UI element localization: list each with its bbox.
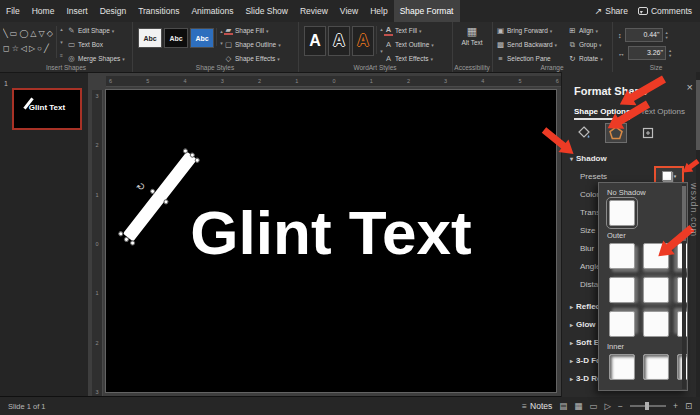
preset-outer-offset[interactable] <box>643 243 669 269</box>
height-spinner[interactable]: ▴ ▾ <box>666 30 668 40</box>
panel-icon-row <box>574 124 658 142</box>
shadow-section-header[interactable]: ▾ Shadow <box>570 154 607 163</box>
wordart-style-thumbnail[interactable]: A <box>304 26 326 56</box>
text-fill-button[interactable]: A Text Fill ▾ <box>384 24 434 37</box>
resize-handle[interactable] <box>162 198 169 205</box>
tab-slide-show[interactable]: Slide Show <box>239 0 294 22</box>
tab-design[interactable]: Design <box>94 0 132 22</box>
align-label: Align <box>579 27 593 34</box>
ruler-number: 3 <box>221 78 224 84</box>
watermark: wsxdn.com <box>689 183 699 237</box>
shape-gallery[interactable]: ╲▭◯△▽◇ ◻☆◁▷○╱ <box>3 26 55 56</box>
comments-button[interactable]: Comments <box>638 6 692 16</box>
dropdown-scrollbar[interactable] <box>682 184 686 389</box>
caret-down-icon: ▾ <box>419 28 422 34</box>
tab-transitions[interactable]: Transitions <box>132 0 185 22</box>
notes-button[interactable]: ≡ Notes <box>522 401 552 411</box>
shape-outline-button[interactable]: ▢ Shape Outline ▾ <box>224 38 281 51</box>
shape-fill-icon: ▰ <box>224 26 233 35</box>
slide[interactable]: Glint Text ↻ <box>106 90 556 392</box>
align-icon: ⊞ <box>568 26 577 35</box>
preset-outer-offset[interactable] <box>643 311 669 337</box>
send-backward-button[interactable]: ▩ Send Backward ▾ <box>496 38 557 51</box>
text-outline-button[interactable]: A Text Outline ▾ <box>384 38 434 51</box>
shape-style-thumbnail[interactable]: Abc <box>164 28 188 48</box>
bring-forward-button[interactable]: ▣ Bring Forward ▾ <box>496 24 557 37</box>
tab-shape-format[interactable]: Shape Format <box>394 0 460 22</box>
group-label-shape-styles: Shape Styles <box>132 64 298 71</box>
preset-outer-offset[interactable] <box>643 277 669 303</box>
preset-outer-offset[interactable] <box>609 243 635 269</box>
shape-width-input[interactable]: 3.26" <box>628 46 666 60</box>
vertical-ruler: 3 2 1 0 1 2 3 <box>92 90 103 398</box>
slide-1-thumbnail[interactable]: Glint Text <box>12 88 82 130</box>
size-properties-icon[interactable] <box>638 124 658 142</box>
edit-shape-button[interactable]: ✎ Edit Shape ▾ <box>67 24 125 37</box>
edit-shape-icon: ✎ <box>67 26 76 35</box>
gallery-more-icon: ≡ <box>60 52 63 58</box>
inner-group-label: Inner <box>607 342 687 351</box>
rotation-handle-icon[interactable]: ↻ <box>134 180 148 193</box>
zoom-slider[interactable] <box>630 405 666 407</box>
tab-file[interactable]: File <box>0 0 26 22</box>
ribbon-group-arrange: ▣ Bring Forward ▾ ▩ Send Backward ▾ ≡ Se… <box>492 22 613 72</box>
preset-outer-offset[interactable] <box>609 277 635 303</box>
slide-sorter-icon[interactable]: ▦ <box>574 401 582 411</box>
shape-fill-button[interactable]: ▰ Shape Fill ▾ <box>224 24 281 37</box>
preset-outer-offset[interactable] <box>609 311 635 337</box>
wordart-style-thumbnail[interactable]: A <box>352 26 374 56</box>
alt-text-button[interactable]: ▦ Alt Text <box>456 25 488 65</box>
glint-bar[interactable] <box>123 152 197 242</box>
more-down-icon: ▾ <box>380 48 383 54</box>
no-shadow-group-label: No Shadow <box>607 188 687 197</box>
preset-inner-offset[interactable] <box>643 354 669 380</box>
glow-section-label: Glow <box>576 320 596 329</box>
notes-label: Notes <box>530 401 552 411</box>
tab-insert[interactable]: Insert <box>60 0 93 22</box>
align-button[interactable]: ⊞ Align ▾ <box>568 24 603 37</box>
tab-shape-options[interactable]: Shape Options <box>574 107 630 120</box>
tab-animations[interactable]: Animations <box>185 0 239 22</box>
shape-height-input[interactable]: 0.44" <box>625 28 663 42</box>
expanded-chevron-icon: ▾ <box>570 155 573 162</box>
group-button[interactable]: ⧉ Group ▾ <box>568 38 603 51</box>
share-button[interactable]: ↗ Share <box>595 6 628 16</box>
close-icon[interactable]: × <box>687 81 693 93</box>
shape-style-thumbnail[interactable]: Abc <box>138 28 162 48</box>
reading-view-icon[interactable]: ▭ <box>589 401 597 411</box>
ribbon: ╲▭◯△▽◇ ◻☆◁▷○╱ ▴ ▾ ≡ ✎ Edit Shape ▾ ▭ Tex… <box>0 22 700 73</box>
collapsed-chevron-icon: ▸ <box>570 321 573 328</box>
normal-view-icon[interactable]: ▤ <box>559 401 567 411</box>
alt-text-icon: ▦ <box>467 25 477 38</box>
slide-title-text[interactable]: Glint Text <box>190 202 471 264</box>
preset-inner-offset[interactable] <box>609 354 635 380</box>
shape-style-thumbnail[interactable]: Abc <box>190 28 214 48</box>
fit-to-window-icon[interactable]: ⊡ <box>685 401 692 411</box>
tab-home[interactable]: Home <box>26 0 61 22</box>
caret-down-icon: ▾ <box>599 42 602 48</box>
shape-outline-label: Shape Outline <box>235 41 276 48</box>
zoom-in-icon[interactable]: + <box>673 401 678 411</box>
tab-text-options[interactable]: Text Options <box>640 107 684 120</box>
zoom-slider-knob[interactable] <box>645 402 649 410</box>
wordart-style-thumbnail[interactable]: A <box>328 26 350 56</box>
glint-shape[interactable]: ↻ <box>123 152 197 242</box>
fill-line-icon[interactable] <box>574 124 594 142</box>
resize-handle[interactable] <box>194 157 201 164</box>
effects-icon[interactable] <box>606 124 626 142</box>
ruler-number: 3 <box>95 389 98 395</box>
zoom-out-icon[interactable]: − <box>618 401 623 411</box>
width-icon: ↔ <box>618 50 625 57</box>
tab-view[interactable]: View <box>334 0 364 22</box>
glow-section-header[interactable]: ▸ Glow <box>570 320 596 329</box>
tab-review[interactable]: Review <box>294 0 334 22</box>
width-spinner[interactable]: ▴ ▾ <box>669 48 671 58</box>
slideshow-icon[interactable]: ▷ <box>604 401 611 411</box>
resize-handle[interactable] <box>129 239 136 246</box>
text-box-button[interactable]: ▭ Text Box <box>67 38 125 51</box>
tab-help[interactable]: Help <box>364 0 393 22</box>
shape-gallery-scrollbar[interactable]: ▴ ▾ ≡ <box>56 26 66 58</box>
group-label-size: Size <box>612 64 700 71</box>
preset-no-shadow[interactable] <box>609 200 635 226</box>
comments-label: Comments <box>651 6 692 16</box>
